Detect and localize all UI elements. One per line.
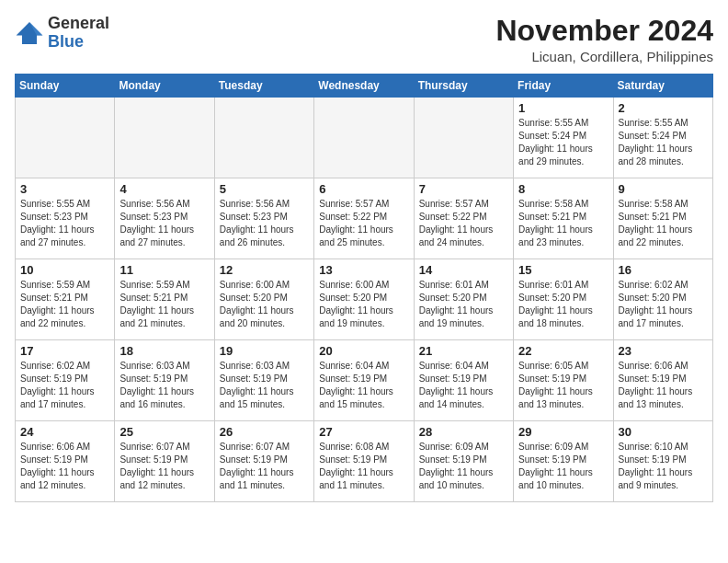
title-area: November 2024 Licuan, Cordillera, Philip… [495, 15, 713, 64]
day-number: 1 [518, 101, 608, 115]
day-number: 12 [220, 263, 309, 277]
day-number: 7 [419, 182, 508, 196]
day-info: Sunrise: 6:02 AM Sunset: 5:19 PM Dayligh… [20, 360, 109, 411]
weekday-header-row: SundayMondayTuesdayWednesdayThursdayFrid… [16, 75, 713, 98]
day-number: 29 [518, 425, 608, 439]
calendar-cell: 4Sunrise: 5:56 AM Sunset: 5:23 PM Daylig… [115, 178, 214, 259]
day-info: Sunrise: 5:59 AM Sunset: 5:21 PM Dayligh… [20, 279, 109, 330]
day-info: Sunrise: 6:06 AM Sunset: 5:19 PM Dayligh… [619, 360, 708, 411]
month-title: November 2024 [495, 15, 713, 47]
calendar-table: SundayMondayTuesdayWednesdayThursdayFrid… [15, 74, 713, 502]
day-info: Sunrise: 6:10 AM Sunset: 5:19 PM Dayligh… [619, 441, 708, 492]
day-number: 16 [619, 263, 708, 277]
weekday-header-tuesday: Tuesday [214, 75, 313, 98]
calendar-cell: 25Sunrise: 6:07 AM Sunset: 5:19 PM Dayli… [115, 421, 214, 502]
day-info: Sunrise: 6:06 AM Sunset: 5:19 PM Dayligh… [20, 441, 109, 492]
calendar-cell: 22Sunrise: 6:05 AM Sunset: 5:19 PM Dayli… [514, 340, 613, 421]
calendar-cell: 19Sunrise: 6:03 AM Sunset: 5:19 PM Dayli… [214, 340, 313, 421]
calendar-cell: 5Sunrise: 5:56 AM Sunset: 5:23 PM Daylig… [214, 178, 313, 259]
day-number: 25 [119, 425, 209, 439]
calendar-cell: 15Sunrise: 6:01 AM Sunset: 5:20 PM Dayli… [514, 259, 613, 340]
day-number: 23 [619, 344, 708, 358]
calendar-cell: 27Sunrise: 6:08 AM Sunset: 5:19 PM Dayli… [314, 421, 414, 502]
weekday-header-thursday: Thursday [414, 75, 513, 98]
day-info: Sunrise: 5:57 AM Sunset: 5:22 PM Dayligh… [419, 198, 508, 249]
calendar-week-4: 17Sunrise: 6:02 AM Sunset: 5:19 PM Dayli… [16, 340, 713, 421]
calendar-cell [214, 98, 313, 178]
day-info: Sunrise: 6:08 AM Sunset: 5:19 PM Dayligh… [319, 441, 408, 492]
page-header: General Blue November 2024 Licuan, Cordi… [15, 15, 713, 64]
calendar-cell: 9Sunrise: 5:58 AM Sunset: 5:21 PM Daylig… [613, 178, 712, 259]
day-info: Sunrise: 5:58 AM Sunset: 5:21 PM Dayligh… [619, 198, 708, 249]
day-info: Sunrise: 6:04 AM Sunset: 5:19 PM Dayligh… [419, 360, 508, 411]
calendar-cell: 29Sunrise: 6:09 AM Sunset: 5:19 PM Dayli… [514, 421, 613, 502]
day-number: 2 [619, 101, 708, 115]
location-title: Licuan, Cordillera, Philippines [495, 49, 713, 64]
day-number: 27 [319, 425, 408, 439]
calendar-cell: 13Sunrise: 6:00 AM Sunset: 5:20 PM Dayli… [314, 259, 414, 340]
calendar-week-1: 1Sunrise: 5:55 AM Sunset: 5:24 PM Daylig… [16, 98, 713, 178]
day-number: 22 [518, 344, 608, 358]
logo-text: General Blue [48, 15, 109, 52]
day-info: Sunrise: 6:05 AM Sunset: 5:19 PM Dayligh… [518, 360, 608, 411]
day-info: Sunrise: 6:07 AM Sunset: 5:19 PM Dayligh… [220, 441, 309, 492]
calendar-cell: 20Sunrise: 6:04 AM Sunset: 5:19 PM Dayli… [314, 340, 414, 421]
calendar-cell: 16Sunrise: 6:02 AM Sunset: 5:20 PM Dayli… [613, 259, 712, 340]
day-number: 6 [319, 182, 408, 196]
calendar-cell: 2Sunrise: 5:55 AM Sunset: 5:24 PM Daylig… [613, 98, 712, 178]
day-info: Sunrise: 5:55 AM Sunset: 5:23 PM Dayligh… [20, 198, 109, 249]
day-info: Sunrise: 6:03 AM Sunset: 5:19 PM Dayligh… [220, 360, 309, 411]
calendar-cell: 28Sunrise: 6:09 AM Sunset: 5:19 PM Dayli… [414, 421, 513, 502]
day-number: 15 [518, 263, 608, 277]
calendar-cell: 30Sunrise: 6:10 AM Sunset: 5:19 PM Dayli… [613, 421, 712, 502]
calendar-cell: 10Sunrise: 5:59 AM Sunset: 5:21 PM Dayli… [16, 259, 115, 340]
calendar-cell: 18Sunrise: 6:03 AM Sunset: 5:19 PM Dayli… [115, 340, 214, 421]
day-info: Sunrise: 5:55 AM Sunset: 5:24 PM Dayligh… [518, 117, 608, 168]
day-info: Sunrise: 6:00 AM Sunset: 5:20 PM Dayligh… [220, 279, 309, 330]
day-number: 11 [119, 263, 209, 277]
logo-icon [15, 20, 44, 46]
calendar-week-2: 3Sunrise: 5:55 AM Sunset: 5:23 PM Daylig… [16, 178, 713, 259]
weekday-header-friday: Friday [514, 75, 613, 98]
day-number: 18 [119, 344, 209, 358]
day-info: Sunrise: 6:09 AM Sunset: 5:19 PM Dayligh… [419, 441, 508, 492]
day-info: Sunrise: 5:57 AM Sunset: 5:22 PM Dayligh… [319, 198, 408, 249]
day-number: 5 [220, 182, 309, 196]
calendar-cell [414, 98, 513, 178]
day-info: Sunrise: 6:07 AM Sunset: 5:19 PM Dayligh… [119, 441, 209, 492]
day-number: 10 [20, 263, 109, 277]
calendar-cell [115, 98, 214, 178]
day-info: Sunrise: 6:09 AM Sunset: 5:19 PM Dayligh… [518, 441, 608, 492]
day-number: 14 [419, 263, 508, 277]
day-info: Sunrise: 6:00 AM Sunset: 5:20 PM Dayligh… [319, 279, 408, 330]
weekday-header-sunday: Sunday [16, 75, 115, 98]
day-number: 19 [220, 344, 309, 358]
calendar-cell [16, 98, 115, 178]
day-number: 4 [119, 182, 209, 196]
day-number: 8 [518, 182, 608, 196]
weekday-header-wednesday: Wednesday [314, 75, 414, 98]
day-number: 21 [419, 344, 508, 358]
weekday-header-saturday: Saturday [613, 75, 712, 98]
day-number: 17 [20, 344, 109, 358]
day-info: Sunrise: 6:02 AM Sunset: 5:20 PM Dayligh… [619, 279, 708, 330]
weekday-header-monday: Monday [115, 75, 214, 98]
day-info: Sunrise: 5:56 AM Sunset: 5:23 PM Dayligh… [220, 198, 309, 249]
calendar-cell: 23Sunrise: 6:06 AM Sunset: 5:19 PM Dayli… [613, 340, 712, 421]
day-info: Sunrise: 6:03 AM Sunset: 5:19 PM Dayligh… [119, 360, 209, 411]
calendar-cell: 21Sunrise: 6:04 AM Sunset: 5:19 PM Dayli… [414, 340, 513, 421]
calendar-cell: 3Sunrise: 5:55 AM Sunset: 5:23 PM Daylig… [16, 178, 115, 259]
calendar-cell: 24Sunrise: 6:06 AM Sunset: 5:19 PM Dayli… [16, 421, 115, 502]
calendar-cell: 7Sunrise: 5:57 AM Sunset: 5:22 PM Daylig… [414, 178, 513, 259]
calendar-cell: 11Sunrise: 5:59 AM Sunset: 5:21 PM Dayli… [115, 259, 214, 340]
calendar-week-5: 24Sunrise: 6:06 AM Sunset: 5:19 PM Dayli… [16, 421, 713, 502]
calendar-cell: 12Sunrise: 6:00 AM Sunset: 5:20 PM Dayli… [214, 259, 313, 340]
day-info: Sunrise: 6:04 AM Sunset: 5:19 PM Dayligh… [319, 360, 408, 411]
day-number: 24 [20, 425, 109, 439]
calendar-cell: 14Sunrise: 6:01 AM Sunset: 5:20 PM Dayli… [414, 259, 513, 340]
day-number: 30 [619, 425, 708, 439]
calendar-cell: 6Sunrise: 5:57 AM Sunset: 5:22 PM Daylig… [314, 178, 414, 259]
day-info: Sunrise: 6:01 AM Sunset: 5:20 PM Dayligh… [518, 279, 608, 330]
day-number: 9 [619, 182, 708, 196]
day-number: 13 [319, 263, 408, 277]
